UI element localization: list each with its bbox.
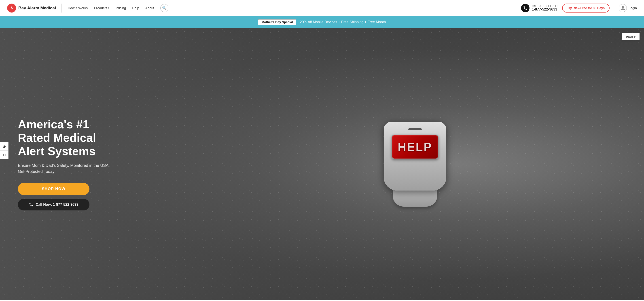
logo-link[interactable]: Bay Alarm Medical bbox=[7, 4, 56, 12]
phone-number: 1-877-522-9633 bbox=[532, 8, 558, 12]
promo-description: 20% off Mobile Devices + Free Shipping +… bbox=[300, 20, 386, 24]
text-size-icon: TT bbox=[2, 153, 6, 156]
nav-products[interactable]: Products ▾ bbox=[94, 6, 109, 10]
svg-point-1 bbox=[11, 8, 12, 8]
help-button: HELP bbox=[392, 134, 438, 159]
phone-info: CALL US TOLL FREE: 1-877-522-9633 bbox=[532, 5, 558, 12]
accessibility-panel: ◑ TT bbox=[0, 142, 8, 159]
nav-how-it-works[interactable]: How It Works bbox=[68, 6, 88, 10]
help-device: HELP bbox=[379, 122, 451, 207]
phone-block: CALL US TOLL FREE: 1-877-522-9633 bbox=[521, 4, 558, 12]
nav-right-divider bbox=[614, 4, 614, 12]
search-icon: 🔍 bbox=[162, 6, 166, 10]
contrast-icon: ◑ bbox=[3, 145, 6, 148]
nav-divider bbox=[61, 4, 62, 12]
phone-icon bbox=[521, 4, 530, 12]
search-button[interactable]: 🔍 bbox=[160, 4, 168, 12]
try-risk-free-button[interactable]: Try Risk-Free for 30 Days bbox=[562, 4, 610, 12]
hero-section: HELP America's #1 Rated Medical Alert Sy… bbox=[0, 28, 644, 300]
brand-name: Bay Alarm Medical bbox=[18, 6, 56, 10]
device-body: HELP bbox=[384, 122, 446, 190]
nav-right: CALL US TOLL FREE: 1-877-522-9633 Try Ri… bbox=[521, 4, 637, 12]
call-btn-label: Call Now: 1-877-522-9633 bbox=[36, 202, 78, 207]
products-dropdown-arrow: ▾ bbox=[108, 6, 109, 10]
help-text: HELP bbox=[398, 140, 432, 154]
phone-call-icon bbox=[29, 202, 33, 207]
contrast-toggle-button[interactable]: ◑ bbox=[0, 142, 8, 150]
nav-links: How It Works Products ▾ Pricing Help Abo… bbox=[68, 4, 521, 12]
login-block[interactable]: Login bbox=[619, 4, 637, 12]
device-base bbox=[393, 190, 438, 207]
navbar: Bay Alarm Medical How It Works Products … bbox=[0, 0, 644, 16]
text-size-button[interactable]: TT bbox=[0, 150, 8, 159]
user-avatar-icon bbox=[619, 4, 627, 12]
nav-help[interactable]: Help bbox=[132, 6, 139, 10]
device-slot bbox=[408, 128, 422, 130]
pause-button[interactable]: pause bbox=[622, 33, 640, 40]
hero-subtitle: Ensure Mom & Dad's Safety. Monitored in … bbox=[18, 162, 112, 175]
nav-about[interactable]: About bbox=[145, 6, 154, 10]
promo-banner[interactable]: Mother's Day Special 20% off Mobile Devi… bbox=[0, 16, 644, 28]
login-label: Login bbox=[628, 6, 637, 10]
shop-now-button[interactable]: SHOP NOW bbox=[18, 183, 90, 195]
call-now-button[interactable]: Call Now: 1-877-522-9633 bbox=[18, 199, 90, 210]
nav-pricing[interactable]: Pricing bbox=[116, 6, 126, 10]
hero-title: America's #1 Rated Medical Alert Systems bbox=[18, 118, 121, 158]
logo-icon bbox=[7, 4, 16, 12]
promo-badge: Mother's Day Special bbox=[258, 19, 296, 25]
phone-label: CALL US TOLL FREE: bbox=[532, 5, 558, 8]
hero-content: America's #1 Rated Medical Alert Systems… bbox=[0, 118, 139, 210]
